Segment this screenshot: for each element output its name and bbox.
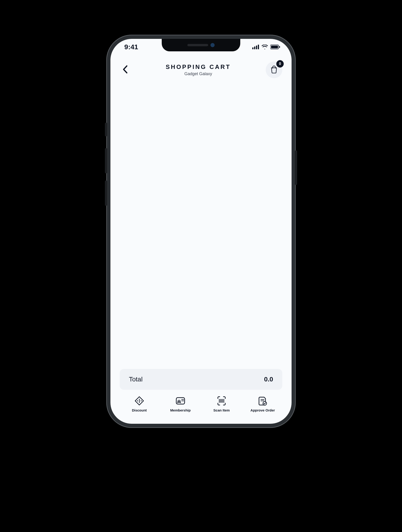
cart-badge-count: 0 <box>276 60 284 68</box>
discount-button[interactable]: Discount <box>120 396 159 412</box>
battery-icon <box>270 45 280 49</box>
svg-point-7 <box>137 400 138 401</box>
back-button[interactable] <box>120 64 131 76</box>
svg-rect-0 <box>252 47 254 49</box>
side-button <box>295 150 297 185</box>
phone-notch <box>162 39 240 51</box>
wifi-icon <box>261 45 268 49</box>
svg-rect-3 <box>258 45 259 49</box>
membership-card-icon <box>175 396 186 406</box>
svg-rect-2 <box>256 45 257 49</box>
approve-document-icon <box>258 396 268 406</box>
side-button <box>105 123 107 136</box>
front-camera <box>210 43 215 47</box>
status-time: 9:41 <box>122 43 138 51</box>
svg-rect-6 <box>279 46 280 48</box>
bottom-actions: Discount Membership <box>111 396 291 424</box>
action-label: Scan Item <box>213 408 230 412</box>
membership-button[interactable]: Membership <box>161 396 200 412</box>
side-button <box>105 180 107 206</box>
total-label: Total <box>129 376 142 383</box>
total-value: 0.0 <box>264 376 273 383</box>
discount-tag-icon <box>134 396 144 406</box>
title-block: SHOPPING CART Gadget Galaxy <box>131 63 266 76</box>
page-subtitle: Gadget Galaxy <box>131 71 266 76</box>
cellular-icon <box>252 45 259 49</box>
phone-screen: 9:41 <box>111 39 291 424</box>
speaker-grille <box>187 44 208 46</box>
action-label: Approve Order <box>250 408 275 412</box>
page-header: SHOPPING CART Gadget Galaxy 0 <box>111 62 291 78</box>
scan-item-button[interactable]: Scan Item <box>202 396 241 412</box>
cart-button[interactable]: 0 <box>266 62 282 78</box>
svg-point-8 <box>141 400 142 401</box>
phone-frame: 9:41 <box>106 35 296 428</box>
approve-order-button[interactable]: Approve Order <box>243 396 282 412</box>
chevron-left-icon <box>122 65 128 75</box>
svg-rect-5 <box>271 45 278 48</box>
status-indicators <box>252 45 280 49</box>
barcode-scan-icon <box>216 396 227 406</box>
side-button <box>105 148 107 173</box>
shopping-bag-icon <box>270 65 278 74</box>
page-title: SHOPPING CART <box>131 63 266 70</box>
cart-items-area <box>111 78 291 369</box>
action-label: Discount <box>132 408 147 412</box>
svg-rect-1 <box>254 46 255 49</box>
total-row: Total 0.0 <box>120 369 282 390</box>
action-label: Membership <box>170 408 191 412</box>
